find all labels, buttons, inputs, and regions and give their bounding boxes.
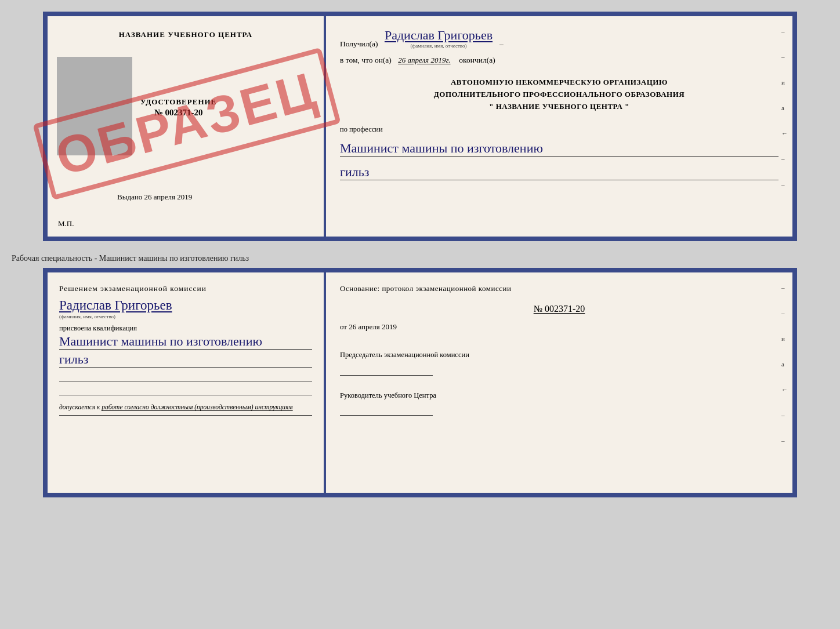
poluchil-row: Получил(а) Радислав Григорьев (фамилия, … [340, 28, 779, 49]
po-professii-label: по профессии [340, 125, 779, 134]
profession-line2: гильз [340, 165, 779, 180]
right-decorations-bottom: – – и а ← – – [781, 284, 788, 444]
rukovoditel-block: Руководитель учебного Центра [340, 391, 779, 416]
org-line1: АВТОНОМНУЮ НЕКОММЕРЧЕСКУЮ ОРГАНИЗАЦИЮ [340, 77, 779, 89]
udostoverenie-title: УДОСТОВЕРЕНИЕ [140, 97, 216, 107]
rukovoditel-line [340, 404, 433, 416]
bottom-fio-label: (фамилия, имя, отчество) [59, 314, 312, 319]
vydano-label: Выдано [117, 192, 142, 201]
vydano-date: 26 апреля 2019 [144, 192, 193, 201]
osnov-label: Основание: протокол экзаменационной коми… [340, 284, 779, 293]
osnov-date: 26 апреля 2019 [349, 322, 397, 331]
blank-line-1 [59, 370, 312, 381]
dopuskaetsya-block: допускается к работе согласно должностны… [59, 403, 312, 410]
bottom-document: Решением экзаменационной комиссии Радисл… [43, 268, 797, 497]
top-doc-left: НАЗВАНИЕ УЧЕБНОГО ЦЕНТРА ОБРАЗЕЦ УДОСТОВ… [48, 16, 326, 237]
right-dash4-b: – [781, 437, 788, 444]
predsedatel-block: Председатель экзаменационной комиссии [340, 350, 779, 376]
right-arrow-b: ← [781, 386, 788, 393]
udostoverenie-number: № 002371-20 [140, 108, 216, 118]
right-decorations: – – и а ← – – [781, 28, 788, 188]
osnov-date-row: от 26 апреля 2019 [340, 322, 779, 332]
fio-label: (фамилия, имя, отчество) [385, 43, 493, 49]
bottom-doc-right: Основание: протокол экзаменационной коми… [326, 272, 792, 493]
dopuskaetsya-label: допускается к [59, 403, 100, 410]
right-letter-i-b: и [781, 335, 788, 342]
right-dash2-b: – [781, 310, 788, 317]
org-line2: ДОПОЛНИТЕЛЬНОГО ПРОФЕССИОНАЛЬНОГО ОБРАЗО… [340, 89, 779, 101]
okonchil-label: окончил(а) [459, 56, 495, 65]
right-letter-a-b: а [781, 361, 788, 368]
bottom-heading: Решением экзаменационной комиссии [59, 284, 312, 293]
right-dash1-b: – [781, 284, 788, 291]
dopuskaetsya-text: работе согласно должностным (производств… [102, 403, 292, 410]
right-dash3: – [781, 155, 788, 162]
bottom-left-separator [59, 415, 312, 416]
predsedatel-label: Председатель экзаменационной комиссии [340, 350, 779, 361]
poluchil-label: Получил(а) [340, 39, 378, 49]
vtom-row: в том, что он(а) 26 апреля 2019г. окончи… [340, 56, 779, 65]
organization-block: АВТОНОМНУЮ НЕКОММЕРЧЕСКУЮ ОРГАНИЗАЦИЮ ДО… [340, 77, 779, 112]
osnov-number: № 002371-20 [340, 304, 779, 314]
mp-block: М.П. [58, 219, 74, 228]
rukovoditel-label: Руководитель учебного Центра [340, 391, 779, 401]
bottom-doc-left: Решением экзаменационной комиссии Радисл… [48, 272, 326, 493]
bottom-recipient-name: Радислав Григорьев [59, 298, 312, 313]
photo-placeholder [57, 57, 132, 155]
top-document: НАЗВАНИЕ УЧЕБНОГО ЦЕНТРА ОБРАЗЕЦ УДОСТОВ… [43, 12, 797, 241]
right-letter-a: а [781, 104, 788, 111]
udostoverenie-block: УДОСТОВЕРЕНИЕ № 002371-20 [140, 97, 216, 118]
right-letter-i: и [781, 79, 788, 86]
top-doc-right: Получил(а) Радислав Григорьев (фамилия, … [326, 16, 792, 237]
right-dash2: – [781, 53, 788, 60]
bottom-profession-line1: Машинист машины по изготовлению [59, 334, 312, 350]
vydano-block: Выдано 26 апреля 2019 [117, 192, 192, 202]
predsedatel-line [340, 364, 433, 376]
bottom-profession-line2: гильз [59, 352, 312, 368]
profession-line1: Машинист машины по изготовлению [340, 141, 779, 157]
right-dash4: – [781, 181, 788, 188]
osnov-ot-label: от [340, 322, 347, 331]
recipient-name-block: Радислав Григорьев (фамилия, имя, отчест… [385, 28, 493, 49]
vtom-label: в том, что он(а) [340, 56, 392, 65]
course-date: 26 апреля 2019г. [398, 56, 450, 65]
right-dash3-b: – [781, 412, 788, 419]
recipient-name: Радислав Григорьев [385, 28, 493, 42]
right-dash1: – [781, 28, 788, 35]
prisvoena-label: присвоена квалификация [59, 324, 312, 333]
top-left-header: НАЗВАНИЕ УЧЕБНОГО ЦЕНТРА [59, 30, 312, 39]
right-arrow: ← [781, 130, 788, 137]
blank-line-2 [59, 384, 312, 395]
org-line3: " НАЗВАНИЕ УЧЕБНОГО ЦЕНТРА " [340, 101, 779, 113]
separator-text: Рабочая специальность - Машинист машины … [12, 254, 249, 263]
